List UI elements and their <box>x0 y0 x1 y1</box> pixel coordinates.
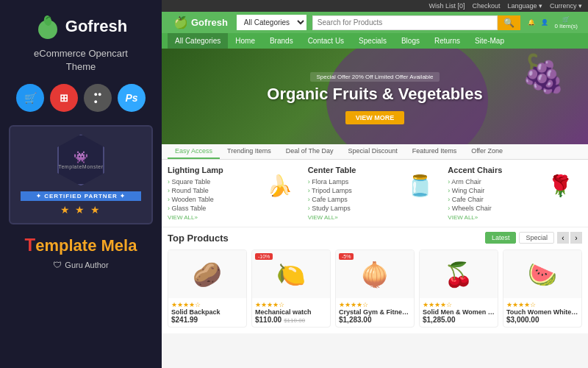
product-name-3: Solid Men & Women Muffler <box>423 308 495 316</box>
section-lighting-lamp: Lighting Lamp Square Table Round Table W… <box>168 166 302 221</box>
subnav-returns[interactable]: Returns <box>427 33 467 49</box>
product-info-1: ★★★★☆ Mechanical watch $110.00$110.00 <box>252 298 330 327</box>
section-image-1: 🫙 <box>398 166 442 206</box>
list-item[interactable]: Cafe Chair <box>448 195 538 204</box>
product-name-1: Mechanical watch <box>255 308 327 316</box>
view-all-0[interactable]: VIEW ALL» <box>168 214 258 221</box>
language-dropdown[interactable]: Language ▾ <box>507 2 542 10</box>
list-item[interactable]: Study Lamps <box>308 204 398 213</box>
subnav-blogs[interactable]: Blogs <box>394 33 427 49</box>
section-title-0: Lighting Lamp <box>168 166 258 174</box>
certified-text: ✦ CERTIFIED PARTNER ✦ <box>36 193 126 199</box>
list-item[interactable]: Flora Lamps <box>308 177 398 186</box>
subnav-allcategories[interactable]: All Categories <box>168 33 228 49</box>
product-card-1: -10% 🍋 ★★★★☆ Mechanical watch $110.00$11… <box>251 250 331 328</box>
list-item[interactable]: Glass Table <box>168 204 258 213</box>
user-icon[interactable]: 👤 <box>541 19 548 26</box>
products-grid: 🥔 ★★★★☆ Solid Backpack $241.99 -10% 🍋 ★★… <box>162 247 588 333</box>
checkout-link[interactable]: Checkout <box>472 2 500 10</box>
subnav-brands[interactable]: Brands <box>262 33 301 49</box>
list-item[interactable]: Wooden Table <box>168 195 258 204</box>
product-image-4: 🍉 <box>503 250 581 298</box>
brand-name-nav: Gofresh <box>191 17 228 28</box>
product-price-4: $3,000.00 <box>506 316 539 324</box>
section-title-1: Center Table <box>308 166 398 174</box>
subnav-home[interactable]: Home <box>228 33 262 49</box>
section-center-table: Center Table Flora Lamps Tripod Lamps Ca… <box>308 166 442 221</box>
product-badge-2: -5% <box>339 253 354 260</box>
tab-trending[interactable]: Trending Items <box>220 144 279 159</box>
subnav-sitemap[interactable]: Site-Map <box>467 33 512 49</box>
top-products-title: Top Products <box>168 233 229 244</box>
list-item[interactable]: Round Table <box>168 186 258 195</box>
product-sections: Lighting Lamp Square Table Round Table W… <box>162 160 588 227</box>
product-info-4: ★★★★☆ Touch Women White Heels $3,000.00 <box>503 298 581 327</box>
top-products-header: Top Products Latest Special ‹ › <box>162 227 588 247</box>
prev-arrow[interactable]: ‹ <box>557 232 569 244</box>
nav-icons: 🔔 👤 🛒 0 Item(s) <box>523 16 582 29</box>
hero-cta-button[interactable]: VIEW MORE <box>345 111 405 124</box>
certified-banner: ✦ CERTIFIED PARTNER ✦ <box>21 191 141 201</box>
section-image-2: 🌹 <box>538 166 582 206</box>
logo-text: Gofresh <box>65 17 127 36</box>
product-price-2: $1,283.00 <box>339 316 372 324</box>
view-all-2[interactable]: VIEW ALL» <box>448 214 538 221</box>
next-arrow[interactable]: › <box>570 232 582 244</box>
partner-badge: 👾 TemplateMonster ✦ CERTIFIED PARTNER ✦ … <box>9 125 153 224</box>
list-item[interactable]: Cafe Lamps <box>308 195 398 204</box>
tabs-bar: Easy Access Trending Items Deal of The D… <box>162 144 588 160</box>
hexagon-badge: 👾 TemplateMonster <box>57 134 104 185</box>
tab-special[interactable]: Special <box>519 232 554 244</box>
stars: ★ ★ ★ <box>21 204 141 216</box>
left-panel: Gofresh eCommerce OpencartTheme 🛒 ⊞ ●●● … <box>0 0 162 368</box>
subnav-specials[interactable]: Specials <box>351 33 394 49</box>
tech-icon-photoshop: Ps <box>118 84 146 112</box>
hero-offer-badge: Special Offer 20% Off Limited Offer Avai… <box>310 72 439 82</box>
product-old-price-1: $110.00 <box>284 317 305 324</box>
tech-icon-joomla: ●●● <box>84 84 112 112</box>
hero-image: 🍇 <box>520 52 566 95</box>
list-item[interactable]: Tripod Lamps <box>308 186 398 195</box>
product-card-3: 🍒 ★★★★☆ Solid Men & Women Muffler $1,285… <box>419 250 498 328</box>
section-list-1: Flora Lamps Tripod Lamps Cafe Lamps Stud… <box>308 177 398 213</box>
product-image-3: 🍒 <box>420 250 498 298</box>
brand-icon: 🍏 <box>173 15 188 29</box>
tab-easy-access[interactable]: Easy Access <box>168 144 220 159</box>
tab-latest[interactable]: Latest <box>485 232 517 244</box>
product-name-2: Crystal Gym & Fitness Glove <box>339 308 411 316</box>
nav-arrows: ‹ › <box>557 232 582 244</box>
top-bar: Wish List [0] Checkout Language ▾ Curren… <box>162 0 588 12</box>
product-name-4: Touch Women White Heels <box>506 308 578 316</box>
tab-featured[interactable]: Featured Items <box>405 144 465 159</box>
tab-deal-of-day[interactable]: Deal of The Day <box>279 144 341 159</box>
search-button[interactable]: 🔍 <box>498 15 520 30</box>
view-all-1[interactable]: VIEW ALL» <box>308 214 398 221</box>
product-price-1: $110.00 <box>255 316 282 324</box>
product-info-3: ★★★★☆ Solid Men & Women Muffler $1,285.0… <box>420 298 498 327</box>
product-price-0: $241.99 <box>171 316 198 324</box>
list-item[interactable]: Wheels Chair <box>448 204 538 213</box>
tech-icon-opencart: 🛒 <box>16 84 44 112</box>
hero-banner: Special Offer 20% Off Limited Offer Avai… <box>162 49 588 144</box>
product-stars-3: ★★★★☆ <box>423 301 495 308</box>
tagline: eCommerce OpencartTheme <box>34 47 128 74</box>
guru-label: Guru Author <box>65 261 108 269</box>
tab-special-discount[interactable]: Special Discount <box>341 144 405 159</box>
cart-icon[interactable]: 🛒 0 Item(s) <box>554 16 578 29</box>
list-item[interactable]: Arm Chair <box>448 177 538 186</box>
search-input[interactable] <box>312 15 498 30</box>
product-card-0: 🥔 ★★★★☆ Solid Backpack $241.99 <box>168 250 247 328</box>
monster-icon: 👾 <box>74 150 88 164</box>
category-select[interactable]: All Categories <box>237 15 306 30</box>
search-bar: 🔍 <box>312 15 521 30</box>
tab-offer-zone[interactable]: Offer Zone <box>464 144 510 159</box>
subnav-contactus[interactable]: Contact Us <box>301 33 351 49</box>
hero-content: Special Offer 20% Off Limited Offer Avai… <box>267 68 482 124</box>
list-item[interactable]: Square Table <box>168 177 258 186</box>
wishlist-link[interactable]: Wish List [0] <box>429 2 465 10</box>
notification-icon[interactable]: 🔔 <box>528 19 535 26</box>
brand-name: Template Mela <box>25 235 137 255</box>
t-letter: T <box>25 235 36 255</box>
currency-dropdown[interactable]: Currency ▾ <box>550 2 582 10</box>
list-item[interactable]: Wing Chair <box>448 186 538 195</box>
